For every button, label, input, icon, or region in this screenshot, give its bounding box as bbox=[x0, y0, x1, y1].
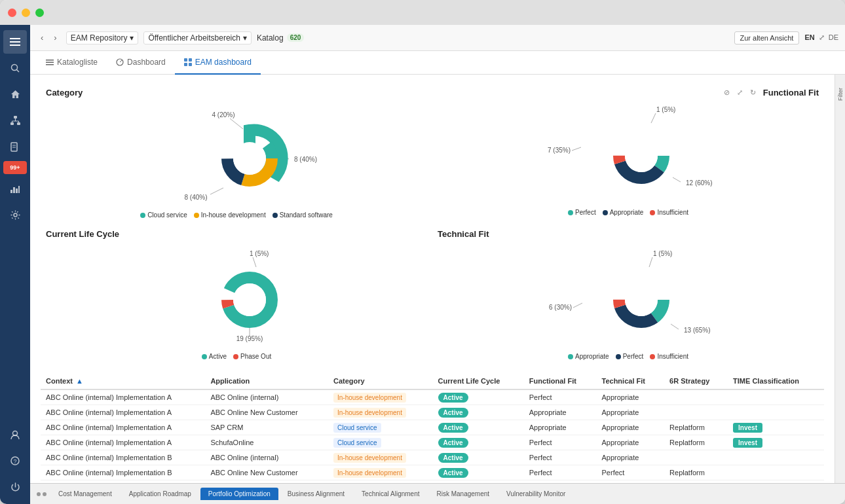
maximize-button[interactable] bbox=[35, 9, 44, 17]
filter-icon-btn[interactable]: ⊘ bbox=[722, 88, 732, 98]
th-application[interactable]: Application bbox=[205, 373, 328, 389]
cell-functional: Perfect bbox=[524, 450, 597, 465]
sort-arrow-icon: ▲ bbox=[76, 377, 83, 385]
cell-context: ABC Online (internal) Implementation A bbox=[41, 405, 205, 420]
bottom-tabs: Cost ManagementApplication RoadmapPortfo… bbox=[30, 483, 845, 504]
tab-katalogliste[interactable]: Katalogliste bbox=[37, 51, 107, 75]
analytics-icon[interactable] bbox=[3, 177, 27, 200]
inhouse-label: In-house development bbox=[201, 211, 266, 219]
tf-insufficient-dot bbox=[650, 354, 655, 359]
table-row[interactable]: ABC Online (internal) Implementation B S… bbox=[41, 480, 824, 484]
cell-application: SAP CRM bbox=[205, 480, 328, 484]
active-label: Active bbox=[209, 353, 227, 360]
th-technical[interactable]: Technical Fit bbox=[597, 373, 665, 389]
svg-point-57 bbox=[233, 283, 266, 316]
cell-strategy: Replatform bbox=[664, 465, 728, 480]
tab-dashboard[interactable]: Dashboard bbox=[107, 51, 175, 75]
tab-eam-dashboard[interactable]: EAM dashboard bbox=[175, 51, 261, 75]
svg-line-46 bbox=[673, 177, 681, 182]
notification-count: 99+ bbox=[10, 164, 20, 171]
cell-category: Cloud service bbox=[328, 420, 433, 435]
refresh-btn[interactable]: ↻ bbox=[748, 88, 758, 98]
chevron-down-icon: ▾ bbox=[130, 33, 134, 43]
th-functional[interactable]: Functional Fit bbox=[524, 373, 597, 389]
svg-point-40 bbox=[233, 142, 266, 175]
dashboard-icon bbox=[116, 58, 124, 66]
tf-insufficient-label: Insufficient bbox=[657, 353, 688, 360]
phaseout-dot bbox=[233, 354, 238, 359]
cell-category: Cloud service bbox=[328, 480, 433, 484]
svg-text:?: ? bbox=[13, 458, 16, 465]
home-icon[interactable] bbox=[3, 82, 27, 106]
close-button[interactable] bbox=[8, 9, 16, 17]
cell-context: ABC Online (internal) Implementation B bbox=[41, 450, 205, 465]
app-window: 99+ ? bbox=[0, 0, 845, 504]
standard-label: Standard software bbox=[280, 211, 333, 219]
svg-point-19 bbox=[14, 213, 17, 217]
bottom-tab-business-alignment[interactable]: Business Alignment bbox=[280, 488, 352, 500]
table-row[interactable]: ABC Online (internal) Implementation A A… bbox=[41, 389, 824, 405]
tf-donut: 1 (5%) 6 (30%) 13 (65%) bbox=[438, 244, 819, 349]
forward-button[interactable]: › bbox=[50, 31, 60, 44]
old-view-button[interactable]: Zur alten Ansicht bbox=[734, 31, 800, 45]
cell-technical: Appropriate bbox=[597, 405, 665, 420]
table-row[interactable]: ABC Online (internal) Implementation A A… bbox=[41, 405, 824, 420]
settings-icon[interactable] bbox=[3, 203, 27, 226]
cell-category: In-house development bbox=[328, 389, 433, 405]
bottom-tab-application-roadmap[interactable]: Application Roadmap bbox=[121, 488, 199, 500]
bottom-tab-vulnerability-monitor[interactable]: Vulnerability Monitor bbox=[498, 488, 573, 500]
cell-technical: Appropriate bbox=[597, 389, 665, 405]
cell-strategy bbox=[664, 450, 728, 465]
list-icon bbox=[46, 58, 54, 66]
bottom-tab-risk-management[interactable]: Risk Management bbox=[429, 488, 498, 500]
minimize-button[interactable] bbox=[22, 9, 30, 17]
cloud-label: Cloud service bbox=[147, 211, 187, 219]
filter-label[interactable]: Filter bbox=[837, 88, 844, 101]
th-category[interactable]: Category bbox=[328, 373, 433, 389]
lang-en[interactable]: EN bbox=[804, 33, 814, 42]
table-row[interactable]: ABC Online (internal) Implementation B A… bbox=[41, 465, 824, 480]
cell-strategy bbox=[664, 405, 728, 420]
cell-time bbox=[728, 405, 824, 420]
hierarchy-icon[interactable] bbox=[3, 109, 27, 132]
back-button[interactable]: ‹ bbox=[37, 31, 47, 44]
cell-time: Invest bbox=[728, 480, 824, 484]
book-icon[interactable] bbox=[3, 135, 27, 158]
bottom-tab-portfolio-optimization[interactable]: Portfolio Optimization bbox=[200, 488, 278, 500]
cell-functional: Perfect bbox=[524, 435, 597, 450]
bottom-tab-cost-management[interactable]: Cost Management bbox=[50, 488, 120, 500]
bottom-tab-technical-alignment[interactable]: Technical Alignment bbox=[354, 488, 427, 500]
table-row[interactable]: ABC Online (internal) Implementation A S… bbox=[41, 420, 824, 435]
svg-text:7 (35%): 7 (35%) bbox=[548, 147, 571, 154]
th-lifecycle[interactable]: Current Life Cycle bbox=[433, 373, 524, 389]
power-icon[interactable] bbox=[3, 475, 27, 499]
user-profile-icon[interactable] bbox=[3, 423, 27, 446]
th-context[interactable]: Context ▲ bbox=[41, 373, 205, 389]
category-chart: Category 4 (20%) 8 (40%) 8 (40%) bbox=[41, 82, 432, 224]
th-context-label: Context bbox=[46, 377, 73, 385]
tf-appropriate-dot bbox=[568, 354, 573, 359]
search-icon[interactable] bbox=[3, 56, 27, 80]
svg-line-59 bbox=[649, 257, 652, 267]
help-icon[interactable]: ? bbox=[3, 449, 27, 473]
catalog-count-badge: 620 bbox=[287, 33, 305, 42]
expand-chart-btn[interactable]: ⤢ bbox=[735, 88, 745, 98]
table-row[interactable]: ABC Online (internal) Implementation A S… bbox=[41, 435, 824, 450]
cell-application: ABC Online (internal) bbox=[205, 389, 328, 405]
table-row[interactable]: ABC Online (internal) Implementation B A… bbox=[41, 450, 824, 465]
tf-perfect-label: Perfect bbox=[623, 353, 644, 360]
legend-tf-appropriate: Appropriate bbox=[568, 353, 609, 360]
lang-de[interactable]: DE bbox=[829, 33, 838, 42]
th-time[interactable]: TIME Classification bbox=[728, 373, 824, 389]
notification-badge-icon[interactable]: 99+ bbox=[3, 161, 27, 174]
menu-icon[interactable] bbox=[3, 30, 27, 54]
breadcrumb-eam[interactable]: EAM Repository ▾ bbox=[66, 31, 139, 45]
th-strategy[interactable]: 6R Strategy bbox=[664, 373, 728, 389]
functional-fit-chart: ⊘ ⤢ ↻ Functional Fit 1 (5%) 7 bbox=[432, 82, 824, 224]
cloud-dot bbox=[140, 213, 145, 218]
breadcrumb-workspace[interactable]: Öffentlicher Arbeitsbereich ▾ bbox=[143, 31, 252, 45]
svg-rect-29 bbox=[184, 63, 187, 66]
titlebar bbox=[0, 0, 845, 25]
category-title: Category bbox=[46, 88, 427, 98]
svg-rect-30 bbox=[189, 63, 192, 66]
